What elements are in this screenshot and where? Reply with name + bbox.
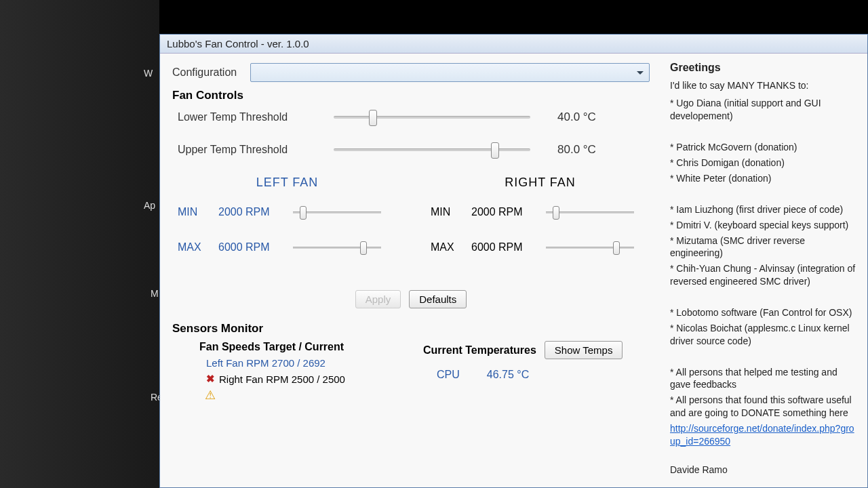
lower-threshold-slider[interactable] — [334, 116, 530, 119]
left-max-value: 6000 RPM — [218, 241, 293, 253]
left-fan-heading: LEFT FAN — [178, 176, 397, 190]
configuration-label: Configuration — [172, 66, 237, 79]
slider-thumb[interactable] — [360, 241, 367, 255]
greetings-panel: Greetings I'd like to say MANY THANKS to… — [662, 54, 867, 487]
greetings-intro: I'd like to say MANY THANKS to: — [670, 79, 859, 92]
credit-line: * Nicolas Boichat (applesmc.c Linux kern… — [670, 322, 859, 348]
left-max-label: MAX — [178, 241, 218, 253]
credit-line: * Chih-Yuan Chung - Alvinsay (integratio… — [670, 262, 859, 288]
right-max-value: 6000 RPM — [471, 241, 546, 253]
fan-controls-heading: Fan Controls — [172, 89, 650, 102]
left-min-value: 2000 RPM — [218, 206, 293, 218]
right-fan-heading: RIGHT FAN — [431, 176, 650, 190]
desktop-label: Ap — [144, 200, 155, 211]
main-panel: Configuration Fan Controls Lower Temp Th… — [160, 54, 662, 487]
greetings-heading: Greetings — [670, 60, 859, 75]
slider-thumb[interactable] — [300, 206, 307, 220]
credit-line: * All persons that helped me testing and… — [670, 366, 859, 392]
sensors-monitor-heading: Sensors Monitor — [172, 322, 650, 336]
error-icon: ✖ — [206, 373, 215, 385]
left-min-slider[interactable] — [293, 211, 381, 214]
lower-threshold-value: 40.0 °C — [557, 110, 596, 124]
credit-line: * Lobotomo software (Fan Control for OSX… — [670, 306, 859, 319]
right-max-label: MAX — [431, 241, 471, 253]
left-min-label: MIN — [178, 206, 218, 218]
slider-thumb[interactable] — [369, 110, 377, 126]
window-title: Lubbo's Fan Control - ver. 1.0.0 — [167, 38, 309, 49]
credit-line: * Patrick McGovern (donation) — [670, 141, 859, 154]
titlebar[interactable]: Lubbo's Fan Control - ver. 1.0.0 — [160, 35, 867, 54]
slider-thumb[interactable] — [613, 241, 620, 255]
apply-button[interactable]: Apply — [355, 290, 401, 308]
right-min-value: 2000 RPM — [471, 206, 546, 218]
warning-icon: ⚠ — [205, 388, 403, 403]
credit-line: * All persons that found this software u… — [670, 394, 859, 420]
configuration-dropdown[interactable] — [250, 63, 650, 82]
defaults-button[interactable]: Defaults — [409, 290, 467, 308]
left-max-slider[interactable] — [293, 247, 381, 249]
right-max-slider[interactable] — [546, 247, 634, 249]
current-temps-heading: Current Temperatures — [423, 344, 536, 357]
desktop-background: W Ap M Re — [0, 0, 159, 488]
slider-thumb[interactable] — [491, 142, 499, 159]
credit-line: * Chris Domigan (donation) — [670, 157, 859, 169]
upper-threshold-slider[interactable] — [334, 148, 530, 151]
donate-link[interactable]: http://sourceforge.net/donate/index.php?… — [670, 423, 854, 447]
right-min-label: MIN — [431, 206, 471, 218]
credit-line: * Mizutama (SMC driver reverse engineeri… — [670, 235, 859, 260]
lower-threshold-label: Lower Temp Threshold — [178, 111, 334, 123]
credit-line: * Iam Liuzhong (first driver piece of co… — [670, 203, 859, 216]
credit-line: * Ugo Diana (initial support and GUI dev… — [670, 97, 859, 123]
cpu-label: CPU — [437, 369, 460, 381]
upper-threshold-label: Upper Temp Threshold — [178, 144, 334, 156]
right-min-slider[interactable] — [546, 211, 634, 214]
show-temps-button[interactable]: Show Temps — [545, 341, 623, 359]
upper-threshold-value: 80.0 °C — [557, 143, 596, 157]
cpu-temp-value: 46.75 °C — [487, 369, 529, 381]
credit-line: * Dmitri V. (keyboard special keys suppo… — [670, 219, 859, 232]
slider-thumb[interactable] — [553, 206, 559, 220]
left-fan-rpm: Left Fan RPM 2700 / 2692 — [206, 357, 403, 369]
author-name: Davide Ramo — [670, 464, 859, 476]
fan-speeds-heading: Fan Speeds Target / Current — [199, 341, 403, 353]
app-window: Lubbo's Fan Control - ver. 1.0.0 Configu… — [159, 34, 868, 488]
right-fan-rpm: ✖ Right Fan RPM 2500 / 2500 — [206, 373, 403, 385]
desktop-label: W — [144, 68, 153, 79]
credit-line: * White Peter (donation) — [670, 172, 859, 185]
desktop-label: M — [151, 288, 159, 299]
